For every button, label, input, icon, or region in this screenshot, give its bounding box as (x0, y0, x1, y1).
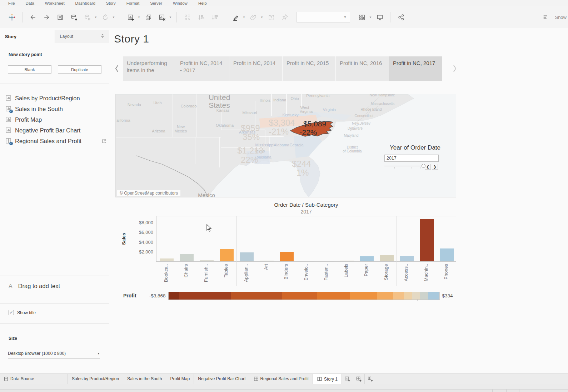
year-filter-input[interactable] (384, 155, 439, 162)
bar-applian[interactable] (240, 252, 254, 261)
menu-format[interactable]: Format (121, 1, 145, 5)
presentation-mode-button[interactable] (374, 11, 385, 23)
menu-dashboard[interactable]: Dashboard (70, 1, 101, 5)
bar-machin[interactable] (420, 219, 434, 261)
back-button[interactable] (28, 11, 38, 23)
fit-selector-dropdown[interactable]: ▼ (297, 12, 350, 22)
new-worksheet-dropdown-caret[interactable]: ▼ (137, 16, 141, 19)
bar-tables[interactable] (220, 249, 234, 261)
legend-segment (420, 292, 428, 300)
story-point-2[interactable]: Profit in NC, 2014 - 2017 (176, 56, 229, 81)
forward-button[interactable] (41, 11, 52, 23)
year-filter-slider[interactable] (384, 165, 424, 169)
show-cards-dropdown-caret[interactable]: ▼ (369, 16, 372, 19)
sheet-tab-negative-profit-bar-chart[interactable]: Negative Profit Bar Chart (194, 374, 250, 384)
bar-storage[interactable] (380, 255, 394, 261)
y-tick-6000: $6,000 (118, 230, 153, 235)
run-update-dropdown-caret[interactable]: ▼ (112, 16, 115, 19)
previous-story-point-button[interactable] (112, 56, 121, 81)
show-cards-button[interactable] (357, 11, 367, 23)
worksheet-icon: ✓ (6, 106, 11, 112)
sheet-tab-sales-by-product-region[interactable]: Sales by Product/Region (68, 374, 123, 384)
share-button[interactable] (395, 11, 406, 23)
new-data-source-button[interactable] (68, 11, 79, 23)
tableau-logo-button[interactable] (6, 11, 17, 23)
bar-furnish[interactable] (200, 260, 214, 261)
panel-tabs: StoryLayout (0, 30, 109, 43)
next-story-point-button[interactable] (450, 56, 459, 81)
menu-story[interactable]: Story (101, 1, 121, 5)
highlight-dropdown-caret[interactable]: ▼ (242, 16, 246, 19)
show-me-icon[interactable] (540, 11, 551, 23)
divider (0, 84, 109, 84)
story-point-6[interactable]: Profit in NC, 2017 (389, 56, 442, 81)
sheet-tab-sales-in-the-south[interactable]: Sales in the South (123, 374, 166, 384)
status-bar (0, 384, 568, 392)
sheet-item-profit-map[interactable]: Profit Map (0, 114, 109, 125)
menu-window[interactable]: Window (168, 1, 193, 5)
paperclip-dropdown-caret[interactable]: ▼ (260, 16, 264, 19)
sheet-item-negative-profit-bar-chart[interactable]: Negative Profit Bar Chart (0, 125, 109, 136)
slider-prev-button[interactable]: ❮ (425, 164, 431, 170)
legend-segment (428, 292, 439, 300)
menu-server[interactable]: Server (145, 1, 168, 5)
bar-access[interactable] (400, 256, 414, 261)
x-label-bookca: Bookca.. (163, 264, 170, 287)
sheet-tab-profit-map[interactable]: Profit Map (166, 374, 194, 384)
duplicate-sheet-button[interactable] (143, 11, 154, 23)
save-button[interactable] (55, 11, 65, 23)
worksheet-icon (6, 117, 11, 122)
size-dropdown[interactable]: Desktop Browser (1000 x 800) ▼ (8, 351, 100, 358)
external-link-icon[interactable] (102, 139, 106, 145)
menu-worksheet[interactable]: Worksheet (40, 1, 70, 5)
sheet-item-sales-in-the-south[interactable]: ✓Sales in the South (0, 104, 109, 114)
map-label-delaware: Delaware (348, 126, 363, 130)
bar-bookca[interactable] (160, 258, 174, 261)
map-label-massachusetts: Massachusetts (371, 102, 395, 106)
new-worksheet-tab-button[interactable] (342, 374, 353, 384)
sheet-tab-data-source[interactable]: Data Source (0, 374, 68, 384)
bar-labels[interactable] (340, 261, 354, 261)
slider-next-button[interactable]: ❯ (432, 164, 438, 170)
new-story-tab-button[interactable] (365, 374, 376, 384)
bar-chairs[interactable] (180, 254, 194, 261)
menu-help[interactable]: Help (193, 1, 212, 5)
divider (0, 323, 109, 324)
story-point-1[interactable]: Underperforming items in the (123, 56, 176, 81)
menu-file[interactable]: File (3, 1, 20, 5)
pause-auto-updates-dropdown-caret[interactable]: ▼ (94, 16, 98, 19)
clear-sheet-dropdown-caret[interactable]: ▼ (169, 16, 172, 19)
legend-segment (404, 292, 412, 300)
bar-paper[interactable] (360, 256, 374, 261)
highlight-button[interactable] (230, 11, 241, 23)
toolbar: ▼▼▼▼▼▼▼▼ Show (0, 6, 568, 28)
story-point-5[interactable]: Profit in NC, 2016 (336, 56, 389, 81)
sheet-tab-regional-sales-and-profit[interactable]: Regional Sales and Profit (250, 374, 313, 384)
sheet-item-regional-sales-and-profit[interactable]: ✓Regional Sales and Profit (0, 136, 109, 146)
panel-tab-story[interactable]: Story (0, 30, 55, 43)
x-label-access: Access.. (403, 264, 410, 287)
bar-fasten[interactable] (320, 261, 334, 261)
bar-envelo[interactable] (300, 261, 314, 261)
bar-art[interactable] (260, 261, 274, 261)
slider-handle[interactable] (422, 164, 425, 168)
show-title-label: Show title (17, 310, 36, 315)
show-title-checkbox[interactable]: ✓ (9, 310, 14, 315)
sheet-item-sales-by-product-region[interactable]: Sales by Product/Region (0, 93, 109, 104)
legend-gradient-bar[interactable] (168, 292, 440, 300)
sheet-tab-story-1[interactable]: Story 1 (313, 374, 342, 384)
clear-sheet-button[interactable] (156, 11, 167, 23)
blank-button[interactable]: Blank (8, 65, 51, 74)
drag-to-add-text[interactable]: A Drag to add text (9, 283, 60, 290)
story-point-3[interactable]: Profit in NC, 2014 (229, 56, 282, 81)
story-point-4[interactable]: Profit in NC, 2015 (283, 56, 335, 81)
menu-data[interactable]: Data (20, 1, 40, 5)
new-worksheet-button[interactable] (125, 11, 136, 23)
bar-phones[interactable] (440, 248, 454, 261)
sheet-list: Sales by Product/Region✓Sales in the Sou… (0, 93, 109, 146)
new-dashboard-tab-button[interactable] (353, 374, 365, 384)
duplicate-button[interactable]: Duplicate (58, 65, 101, 74)
panel-tab-layout[interactable]: Layout (55, 30, 110, 43)
show-me-label[interactable]: Show (555, 15, 567, 20)
bar-binders[interactable] (280, 252, 294, 261)
